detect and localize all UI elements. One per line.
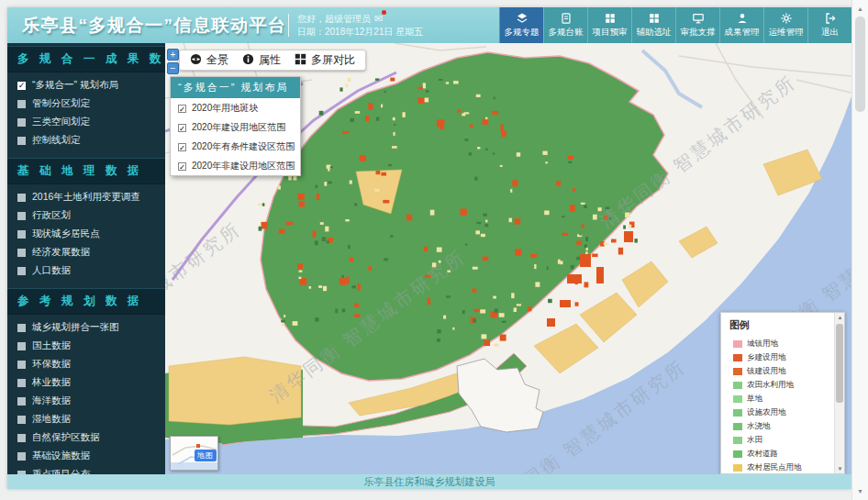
sidebar-layer-item[interactable]: 三类空间划定 xyxy=(7,113,165,131)
checkbox-icon[interactable]: ✓ xyxy=(17,82,26,90)
sidebar-layer-item[interactable]: 经济发展数据 xyxy=(7,243,165,261)
monitor-icon xyxy=(692,12,705,25)
legend-item: 水浇地 xyxy=(721,419,844,433)
scrollbar-down-icon[interactable]: ▼ xyxy=(852,488,868,494)
sidebar-layer-item[interactable]: 2016年土地利用变更调查 xyxy=(7,188,165,206)
legend-scrollbar[interactable]: ▲ ▼ xyxy=(834,313,844,473)
zoom-in-button[interactable]: + xyxy=(167,49,179,61)
legend-label: 农田水利用地 xyxy=(747,380,794,391)
checkbox-icon[interactable] xyxy=(17,118,26,127)
checkbox-icon[interactable] xyxy=(17,434,26,442)
map-tool-attribute[interactable]: 属性 xyxy=(242,52,281,68)
legend-label: 镇建设用地 xyxy=(747,366,786,377)
checkbox-icon[interactable] xyxy=(17,230,26,239)
nav-item-3[interactable]: 辅助选址 xyxy=(631,7,675,43)
notification-dot xyxy=(382,10,386,15)
sidebar-layer-item[interactable]: 控制线划定 xyxy=(7,131,165,150)
overview-inset-map[interactable]: 地图 xyxy=(170,436,218,471)
legend-label: 设施农用地 xyxy=(747,407,786,418)
checkbox-icon[interactable] xyxy=(17,137,26,145)
sidebar-layer-item[interactable]: 行政区划 xyxy=(7,206,165,225)
legend-title: 图例 xyxy=(721,313,844,337)
checkbox-icon[interactable]: ✓ xyxy=(178,162,186,171)
sidebar-layer-item[interactable]: 现状城乡居民点 xyxy=(7,225,165,243)
sidebar-layer-item[interactable]: 人口数据 xyxy=(7,261,165,280)
checkbox-icon[interactable]: ✓ xyxy=(178,105,186,113)
nav-item-5[interactable]: 成果管理 xyxy=(719,7,763,43)
sidebar-layer-item[interactable]: 重点项目分布 xyxy=(7,465,165,474)
tool-label: 全景 xyxy=(206,52,228,68)
checkbox-icon[interactable] xyxy=(17,361,26,369)
zoom-out-button[interactable]: − xyxy=(167,62,179,74)
page-title: 乐亭县“多规合一”信息联动平台 xyxy=(22,14,287,38)
user-icon xyxy=(736,12,749,25)
layer-panel-item[interactable]: ✓2020年有条件建设区范围 xyxy=(171,137,300,156)
sidebar-layer-item[interactable]: 海洋数据 xyxy=(7,392,165,410)
sidebar-layer-item[interactable]: 林业数据 xyxy=(7,373,165,392)
sidebar-layer-item[interactable]: ✓“多规合一” 规划布局 xyxy=(7,76,165,94)
legend-item: 水田 xyxy=(721,433,844,447)
page-scrollbar[interactable]: ▲ ▼ xyxy=(851,0,868,500)
scroll-down-icon[interactable]: ▼ xyxy=(835,466,845,472)
layer-panel-item[interactable]: ✓2020年建设用地区范围 xyxy=(171,117,300,137)
legend-item: 镇建设用地 xyxy=(721,364,844,378)
sidebar-layer-item[interactable]: 国土数据 xyxy=(7,337,165,355)
checkbox-icon[interactable] xyxy=(17,267,26,275)
layer-panel-item[interactable]: ✓2020年非建设用地区范围 xyxy=(171,156,300,175)
exit-icon xyxy=(824,12,837,25)
nav-item-6[interactable]: 运维管理 xyxy=(763,7,807,43)
grid-icon xyxy=(648,12,661,25)
sidebar-layer-item[interactable]: 基础设施数据 xyxy=(7,447,165,465)
checkbox-icon[interactable] xyxy=(17,342,26,350)
checkbox-icon[interactable] xyxy=(17,212,26,220)
sidebar-layer-item[interactable]: 城乡规划拼合一张图 xyxy=(7,318,165,337)
legend-swatch xyxy=(733,340,742,348)
sidebar-layer-item[interactable]: 管制分区划定 xyxy=(7,94,165,113)
legend-swatch xyxy=(733,450,742,458)
map-toolbar: 全景属性多屏对比 xyxy=(179,50,366,71)
checkbox-icon[interactable] xyxy=(17,194,26,202)
map-canvas[interactable]: + − 全景属性多屏对比 “多规合一” 规划布局 ✓2020年用地斑块✓2020… xyxy=(165,43,851,474)
sidebar-layer-item[interactable]: 环保数据 xyxy=(7,355,165,373)
checkbox-icon[interactable] xyxy=(17,249,26,257)
nav-item-1[interactable]: 多规台账 xyxy=(543,7,587,43)
checkbox-icon[interactable] xyxy=(17,452,26,461)
legend-item: 城镇用地 xyxy=(721,337,844,350)
header-divider xyxy=(288,14,289,37)
layer-label: 城乡规划拼合一张图 xyxy=(32,321,119,334)
map-tool-multiscreen[interactable]: 多屏对比 xyxy=(295,52,355,68)
layer-panel: “多规合一” 规划布局 ✓2020年用地斑块✓2020年建设用地区范围✓2020… xyxy=(170,76,301,176)
map-tool-panorama[interactable]: 全景 xyxy=(190,52,228,68)
nav-item-7[interactable]: 退出 xyxy=(807,7,851,43)
checkbox-icon[interactable] xyxy=(17,397,26,406)
scrollbar-thumb[interactable] xyxy=(855,17,865,112)
checkbox-icon[interactable] xyxy=(17,324,26,332)
layer-label: 环保数据 xyxy=(32,358,71,371)
layer-label: 控制线划定 xyxy=(32,134,81,147)
checkbox-icon[interactable] xyxy=(17,100,26,108)
checkbox-icon[interactable] xyxy=(17,416,26,424)
nav-item-0[interactable]: 多规专题 xyxy=(499,7,543,43)
checkbox-icon[interactable]: ✓ xyxy=(178,124,186,132)
scrollbar-up-icon[interactable]: ▲ xyxy=(852,6,868,12)
tool-label: 属性 xyxy=(259,52,281,68)
checkbox-icon[interactable]: ✓ xyxy=(178,143,186,151)
scroll-up-icon[interactable]: ▲ xyxy=(835,315,845,320)
sidebar-layer-item[interactable]: 湿地数据 xyxy=(7,410,165,428)
legend-item: 农村道路 xyxy=(721,447,844,461)
grid-icon xyxy=(604,12,617,25)
nav-item-2[interactable]: 项目预审 xyxy=(587,7,631,43)
legend-scroll-thumb[interactable] xyxy=(836,324,843,403)
nav-item-label: 多规台账 xyxy=(549,27,584,39)
layer-panel-item[interactable]: ✓2020年用地斑块 xyxy=(171,98,300,117)
layer-label: 2020年有条件建设区范围 xyxy=(192,140,295,153)
gear-icon xyxy=(780,12,793,25)
mail-icon[interactable]: ✉ xyxy=(374,12,383,25)
checkbox-icon[interactable] xyxy=(17,379,26,387)
nav-item-label: 辅助选址 xyxy=(637,27,672,39)
layer-label: 林业数据 xyxy=(32,376,71,389)
nav-item-4[interactable]: 审批支撑 xyxy=(675,7,719,43)
sidebar-layer-item[interactable]: 自然保护区数据 xyxy=(7,428,165,447)
header-bar: 乐亭县“多规合一”信息联动平台 您好，超级管理员✉ 日期：2018年12月21日… xyxy=(7,7,851,43)
layer-label: 2016年土地利用变更调查 xyxy=(32,191,140,204)
